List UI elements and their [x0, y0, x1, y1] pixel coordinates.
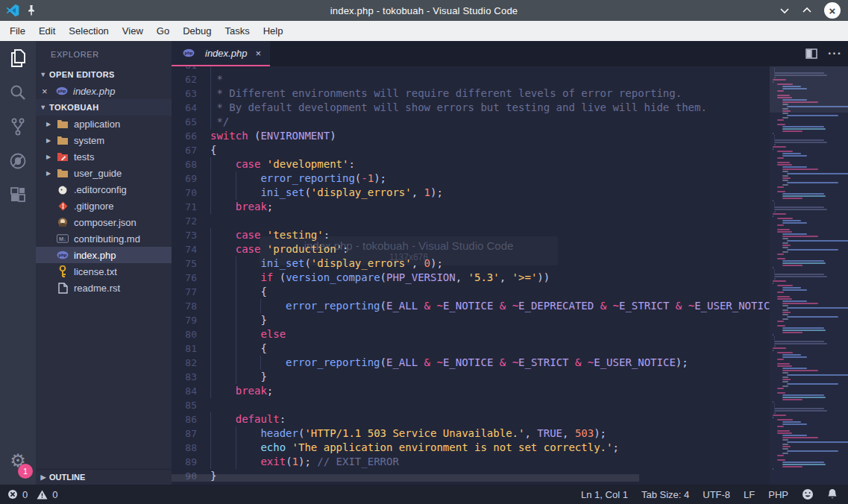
editorconfig-icon	[57, 183, 69, 195]
feedback-smiley-icon[interactable]	[802, 488, 814, 500]
title-bar: index.php - tokobuah - Visual Studio Cod…	[0, 0, 848, 21]
indent-guide	[236, 455, 261, 469]
tree-file-readmerst[interactable]: readme.rst	[36, 280, 172, 296]
minimap-line	[777, 296, 790, 297]
tab-index-php[interactable]: php index.php ×	[172, 41, 270, 66]
activity-extensions[interactable]	[0, 178, 36, 212]
code-line: 84break;	[172, 384, 770, 398]
tree-file-indexphp[interactable]: phpindex.php	[36, 247, 172, 263]
minimap-line	[777, 119, 784, 121]
minimap-line	[773, 283, 773, 284]
line-number: 74	[172, 242, 210, 256]
minimap-line	[773, 148, 773, 150]
cursor-position[interactable]: Ln 1, Col 1	[581, 489, 628, 500]
tree-folder-system[interactable]: ▶system	[36, 132, 172, 148]
minimap-line	[787, 249, 838, 251]
outline-section[interactable]: ▶ OUTLINE	[36, 469, 172, 485]
minimap-line	[773, 200, 773, 201]
warning-icon[interactable]	[37, 490, 48, 500]
chevron-down-icon: ▼	[39, 104, 48, 111]
minimap-line	[782, 117, 788, 119]
activity-search[interactable]	[0, 75, 36, 110]
code-line: 68case 'development':	[172, 157, 770, 171]
tree-folder-tests[interactable]: ▶tests	[36, 148, 172, 165]
minimap-line	[782, 126, 825, 127]
tab-label: index.php	[205, 48, 247, 59]
minimap-line	[782, 305, 788, 306]
debug-disabled-icon	[9, 152, 27, 170]
close-icon[interactable]: ×	[824, 2, 841, 19]
tree-file-contributingmd[interactable]: M↓contributing.md	[36, 230, 172, 247]
menu-edit[interactable]: Edit	[32, 22, 62, 40]
code-text: }	[210, 370, 267, 384]
minimap-line	[774, 403, 776, 405]
minimap-line	[782, 193, 825, 195]
menu-selection[interactable]: Selection	[62, 22, 115, 40]
minimap-line	[774, 338, 776, 340]
tree-file-gitignore[interactable]: .gitignore	[36, 198, 172, 214]
minimap-line	[782, 198, 803, 199]
close-editor-icon[interactable]: ×	[42, 86, 54, 97]
minimap-line	[782, 356, 807, 358]
minimap-line	[777, 388, 784, 389]
minimize-button[interactable]	[779, 7, 790, 14]
minimap-line	[782, 354, 801, 356]
minimap-viewport[interactable]	[770, 66, 848, 113]
indent-guide	[236, 356, 261, 370]
minimap-line	[773, 256, 848, 257]
minimap-line	[773, 457, 848, 459]
code-editor[interactable]: 61*62*63* Different environments will re…	[172, 66, 770, 485]
indent-guide	[210, 313, 236, 327]
activity-debug[interactable]	[0, 144, 36, 178]
code-line: 77{	[172, 285, 770, 299]
more-actions-icon[interactable]: ···	[828, 47, 842, 60]
activity-explorer[interactable]	[0, 41, 36, 75]
minimap-line	[782, 385, 788, 387]
folder-icon	[57, 167, 69, 179]
tab-close-icon[interactable]: ×	[255, 48, 261, 59]
menu-tasks[interactable]: Tasks	[218, 22, 256, 40]
language-mode[interactable]: PHP	[768, 489, 788, 500]
license-key-icon	[57, 265, 69, 277]
minimap-line	[782, 423, 807, 425]
menu-view[interactable]: View	[116, 22, 150, 40]
indent-guide	[210, 228, 236, 242]
tab-size[interactable]: Tab Size: 4	[641, 489, 689, 500]
minimap-line	[777, 151, 793, 152]
eol-type[interactable]: LF	[744, 489, 755, 500]
minimap-line	[782, 130, 803, 132]
indent-guide	[210, 186, 236, 200]
encoding[interactable]: UTF-8	[703, 489, 730, 500]
split-editor-icon[interactable]	[805, 48, 817, 59]
tree-file-composerjson[interactable]: composer.json	[36, 214, 172, 230]
tree-folder-user_guide[interactable]: ▶user_guide	[36, 165, 172, 181]
line-number: 87	[172, 426, 210, 441]
chevron-right-icon: ▶	[46, 137, 54, 144]
tree-file-licensetxt[interactable]: license.txt	[36, 263, 172, 280]
code-text: break;	[210, 200, 273, 214]
minimap-line	[787, 374, 848, 376]
code-text: else	[210, 327, 286, 341]
minimap-line	[777, 392, 785, 394]
minimap-line	[782, 222, 807, 224]
menu-help[interactable]: Help	[257, 22, 290, 40]
open-editor-item[interactable]: ×phpindex.php	[36, 83, 172, 99]
menu-go[interactable]: Go	[150, 22, 176, 40]
error-icon[interactable]	[7, 489, 18, 500]
minimap-line	[773, 133, 773, 134]
menu-debug[interactable]: Debug	[176, 22, 218, 40]
project-header[interactable]: ▼ TOKOBUAH	[36, 99, 172, 116]
tree-file-editorconfig[interactable]: .editorconfig	[36, 181, 172, 198]
menu-file[interactable]: File	[3, 22, 32, 40]
pin-icon[interactable]	[27, 5, 36, 16]
open-editors-header[interactable]: ▼ OPEN EDITORS	[36, 66, 172, 83]
maximize-button[interactable]	[802, 7, 812, 14]
tree-folder-application[interactable]: ▶application	[36, 116, 172, 132]
line-number: 76	[172, 271, 210, 285]
activity-source-control[interactable]	[0, 110, 36, 144]
horizontal-scrollbar[interactable]	[172, 474, 639, 482]
minimap-line	[777, 285, 793, 286]
minimap[interactable]	[770, 66, 848, 485]
bell-icon[interactable]	[827, 488, 838, 500]
gear-icon[interactable]: ⚙ 1	[0, 450, 36, 471]
